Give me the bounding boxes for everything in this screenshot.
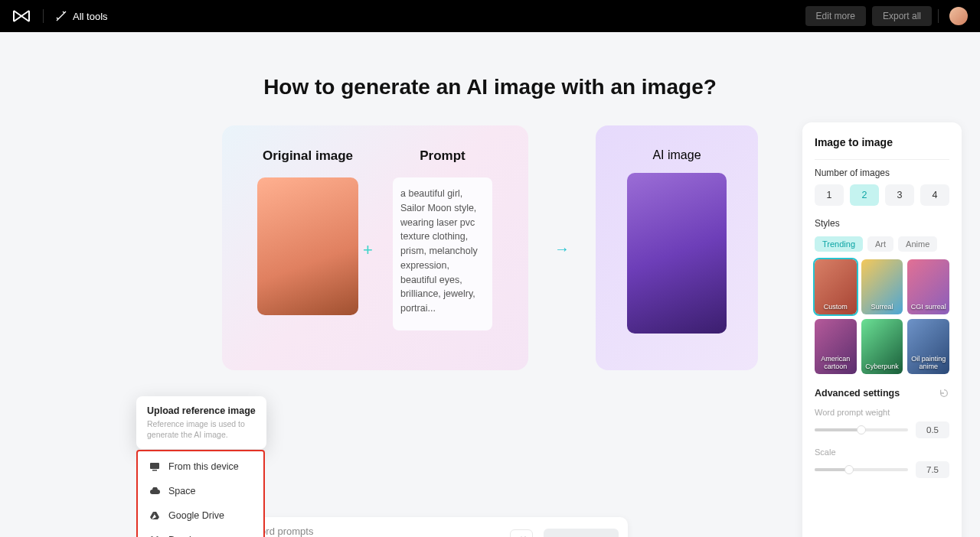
num-images-label: Number of images: [815, 168, 949, 178]
all-tools-button[interactable]: All tools: [56, 11, 108, 22]
scale-label: Scale: [815, 447, 949, 457]
menu-label: Google Drive: [168, 510, 224, 521]
prompt-heading: Prompt: [420, 148, 466, 164]
svg-rect-0: [150, 463, 159, 469]
styles-label: Styles: [815, 218, 949, 229]
prompt-input[interactable]: Enter word prompts Custom: [227, 526, 499, 538]
scale-value[interactable]: 7.5: [916, 461, 949, 478]
num-option-2[interactable]: 2: [850, 184, 879, 206]
edit-more-button[interactable]: Edit more: [805, 6, 866, 26]
enhance-prompt-button[interactable]: [510, 529, 533, 537]
style-tab-anime[interactable]: Anime: [898, 236, 937, 252]
num-images-row: 1 2 3 4: [815, 184, 949, 206]
divider: [938, 9, 939, 23]
word-weight-label: Word prompt weight: [815, 408, 949, 417]
prompt-placeholder: Enter word prompts: [227, 526, 499, 537]
style-cyberpunk[interactable]: Cyberpunk: [861, 319, 903, 374]
prompt-text: a beautiful girl, Sailor Moon style, wea…: [393, 177, 492, 330]
example-card-input: Original image + Prompt a beautiful girl…: [222, 125, 528, 370]
num-option-4[interactable]: 4: [920, 184, 949, 206]
reset-icon[interactable]: [939, 388, 949, 399]
word-weight-slider[interactable]: [815, 428, 908, 431]
upload-source-menu: From this device Space Google Drive Drop…: [136, 450, 265, 537]
style-custom[interactable]: Custom: [815, 259, 857, 314]
upload-tooltip-sub: Reference image is used to generate the …: [147, 419, 256, 440]
style-cgi-surreal[interactable]: CGI surreal: [907, 259, 949, 314]
plus-icon: +: [363, 240, 373, 260]
upload-space[interactable]: Space: [138, 479, 263, 503]
menu-label: From this device: [168, 461, 239, 472]
all-tools-label: All tools: [73, 11, 108, 22]
ai-image-thumb: [627, 173, 727, 334]
upload-tooltip-title: Upload reference image: [147, 405, 256, 416]
num-option-3[interactable]: 3: [885, 184, 914, 206]
avatar[interactable]: [949, 7, 968, 25]
upload-tooltip: Upload reference image Reference image i…: [136, 396, 266, 449]
style-american-cartoon[interactable]: American cartoon: [815, 319, 857, 374]
advanced-label: Advanced settings: [815, 388, 900, 399]
upload-google-drive[interactable]: Google Drive: [138, 503, 263, 528]
wand-icon: [56, 11, 67, 21]
gdrive-icon: [149, 509, 161, 522]
divider: [815, 159, 949, 160]
upload-dropbox[interactable]: Dropbox: [138, 528, 263, 537]
svg-rect-1: [152, 470, 157, 471]
style-tabs: Trending Art Anime: [815, 236, 949, 252]
export-all-button[interactable]: Export all: [872, 6, 932, 26]
upload-from-device[interactable]: From this device: [138, 454, 263, 479]
original-image-thumb: [257, 177, 358, 315]
divider: [43, 9, 44, 23]
generate-button[interactable]: Generate: [544, 529, 619, 538]
menu-label: Space: [168, 486, 195, 496]
cloud-icon: [149, 485, 161, 497]
ai-image-heading: AI image: [652, 148, 701, 162]
logo: [12, 9, 31, 23]
dropbox-icon: [149, 534, 161, 537]
style-surreal[interactable]: Surreal: [861, 259, 903, 314]
arrow-icon: →: [554, 240, 570, 258]
original-image-heading: Original image: [263, 148, 353, 164]
example-card-output: AI image: [596, 125, 758, 370]
style-oil-painting-anime[interactable]: Oil painting anime: [907, 319, 949, 374]
word-weight-value[interactable]: 0.5: [916, 421, 949, 438]
style-tab-art[interactable]: Art: [867, 236, 893, 252]
panel-title: Image to image: [815, 136, 949, 148]
header: All tools Edit more Export all: [0, 0, 980, 32]
num-option-1[interactable]: 1: [815, 184, 844, 206]
advanced-settings-header: Advanced settings: [815, 388, 949, 399]
settings-panel: Image to image Number of images 1 2 3 4 …: [802, 122, 962, 537]
style-grid: Custom Surreal CGI surreal American cart…: [815, 259, 949, 374]
page-title: How to generate an AI image with an imag…: [0, 75, 980, 99]
main: How to generate an AI image with an imag…: [0, 75, 980, 537]
device-icon: [149, 461, 161, 473]
style-tab-trending[interactable]: Trending: [815, 236, 863, 252]
scale-slider[interactable]: [815, 468, 908, 471]
